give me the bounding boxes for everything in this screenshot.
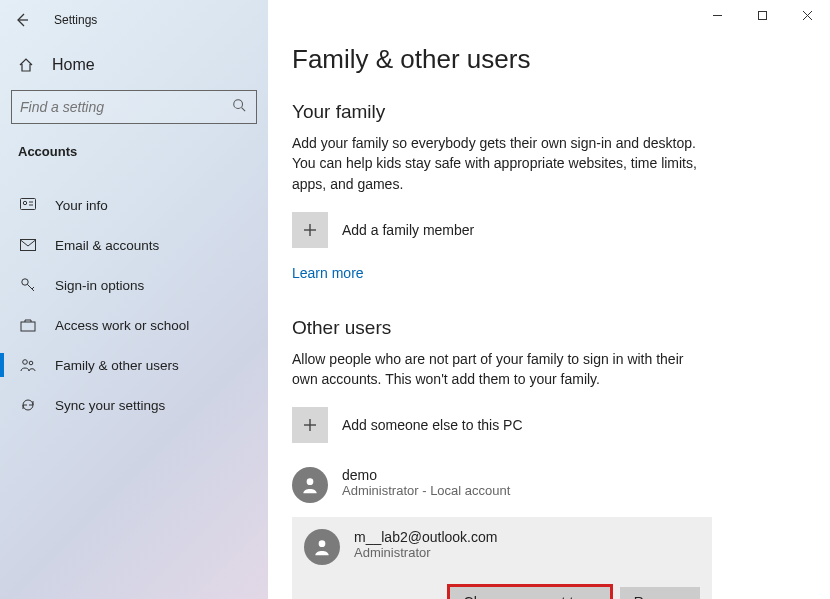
briefcase-icon [18,318,38,332]
svg-point-16 [23,360,28,365]
change-account-type-button[interactable]: Change account type [450,587,610,599]
sidebar: Settings Home Accounts Your info Email &… [0,0,268,599]
user-role: Administrator [354,545,497,560]
avatar-icon [304,529,340,565]
search-input[interactable] [20,99,232,115]
page-title: Family & other users [292,44,794,75]
minimize-button[interactable] [695,0,740,30]
sync-icon [18,397,38,413]
svg-line-14 [32,287,34,289]
svg-rect-1 [759,11,767,19]
svg-point-17 [29,361,33,365]
add-other-user-button[interactable]: Add someone else to this PC [292,407,794,443]
home-label: Home [52,56,95,74]
mail-icon [18,239,38,251]
user-row[interactable]: m__lab2@outlook.com Administrator [304,529,700,565]
nav-label: Sync your settings [55,398,165,413]
svg-point-5 [234,100,243,109]
sidebar-item-family[interactable]: Family & other users [0,345,268,385]
svg-point-8 [23,201,26,204]
home-icon [18,57,36,73]
sidebar-item-email[interactable]: Email & accounts [0,225,268,265]
svg-point-22 [307,479,314,486]
other-desc: Allow people who are not part of your fa… [292,349,702,390]
sidebar-item-sync[interactable]: Sync your settings [0,385,268,425]
sidebar-item-your-info[interactable]: Your info [0,185,268,225]
plus-icon [292,407,328,443]
search-icon [232,98,248,116]
sidebar-category: Accounts [0,138,268,167]
learn-more-link[interactable]: Learn more [292,265,364,281]
nav-label: Email & accounts [55,238,159,253]
sidebar-item-signin[interactable]: Sign-in options [0,265,268,305]
sidebar-home[interactable]: Home [0,46,268,84]
person-card-icon [18,198,38,212]
add-other-label: Add someone else to this PC [342,417,523,433]
user-expanded-panel: m__lab2@outlook.com Administrator Change… [292,517,712,599]
sidebar-nav: Your info Email & accounts Sign-in optio… [0,185,268,425]
close-button[interactable] [785,0,830,30]
nav-label: Family & other users [55,358,179,373]
family-section-title: Your family [292,101,794,123]
add-family-label: Add a family member [342,222,474,238]
family-desc: Add your family so everybody gets their … [292,133,702,194]
sidebar-item-work[interactable]: Access work or school [0,305,268,345]
nav-label: Access work or school [55,318,189,333]
svg-line-6 [242,108,246,112]
remove-user-button[interactable]: Remove [620,587,700,599]
user-name: m__lab2@outlook.com [354,529,497,545]
back-button[interactable] [8,6,36,34]
people-icon [18,358,38,372]
search-input-wrapper[interactable] [11,90,257,124]
window-title: Settings [54,13,97,27]
main-pane: Family & other users Your family Add you… [268,0,830,599]
maximize-button[interactable] [740,0,785,30]
user-row[interactable]: demo Administrator - Local account [292,459,712,511]
svg-rect-7 [21,199,36,210]
svg-rect-11 [21,240,36,251]
other-section-title: Other users [292,317,794,339]
nav-label: Sign-in options [55,278,144,293]
svg-point-23 [319,541,326,548]
avatar-icon [292,467,328,503]
user-role: Administrator - Local account [342,483,510,498]
svg-rect-15 [21,322,35,331]
key-icon [18,277,38,293]
add-family-member-button[interactable]: Add a family member [292,212,794,248]
plus-icon [292,212,328,248]
nav-label: Your info [55,198,108,213]
svg-point-12 [22,279,28,285]
user-name: demo [342,467,510,483]
